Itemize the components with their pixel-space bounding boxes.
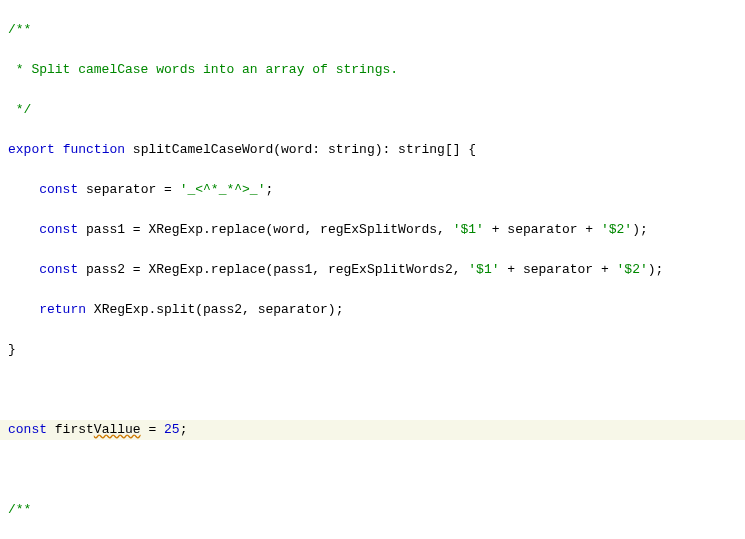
keyword: const [39,262,78,277]
string-literal: '$1' [453,222,484,237]
string-literal: '$2' [601,222,632,237]
keyword: function [63,142,125,157]
code-text: ); [632,222,648,237]
code-text: + separator + [500,262,617,277]
code-line[interactable] [0,460,745,480]
keyword: const [39,222,78,237]
code-text [8,182,39,197]
string-literal: '_<^*_*^>_' [180,182,266,197]
spell-error[interactable]: Vallue [94,422,141,437]
comment-text: /** [8,22,31,37]
code-line[interactable] [0,380,745,400]
code-text: ; [180,422,188,437]
comment-text: */ [8,102,31,117]
code-text: pass1 = XRegExp.replace(word, regExSplit… [78,222,452,237]
code-line[interactable]: const separator = '_<^*_*^>_'; [0,180,745,200]
code-editor[interactable]: /** * Split camelCase words into an arra… [0,0,745,539]
code-line[interactable]: const pass2 = XRegExp.replace(pass1, reg… [0,260,745,280]
code-line[interactable]: /** [0,500,745,520]
code-text: XRegExp.split(pass2, separator); [86,302,343,317]
keyword: const [8,422,47,437]
code-text: separator = [78,182,179,197]
code-text: = [141,422,164,437]
code-text: + separator + [484,222,601,237]
code-line[interactable]: } [0,340,745,360]
code-line[interactable]: */ [0,100,745,120]
code-text [8,222,39,237]
code-line[interactable]: /** [0,20,745,40]
code-line[interactable]: const pass1 = XRegExp.replace(word, regE… [0,220,745,240]
code-text: } [8,342,16,357]
number-literal: 25 [164,422,180,437]
comment-text: * Split camelCase words into an array of… [8,62,398,77]
code-text [8,262,39,277]
code-line[interactable]: return XRegExp.split(pass2, separator); [0,300,745,320]
keyword: export [8,142,55,157]
code-text [8,302,39,317]
code-line[interactable]: export function splitCamelCaseWord(word:… [0,140,745,160]
code-text: ; [265,182,273,197]
code-text: first [47,422,94,437]
code-text: pass2 = XRegExp.replace(pass1, regExSpli… [78,262,468,277]
code-text: splitCamelCaseWord(word: string): string… [125,142,476,157]
string-literal: '$2' [617,262,648,277]
code-line-highlighted[interactable]: const firstVallue = 25; [0,420,745,440]
keyword: return [39,302,86,317]
code-text: ); [648,262,664,277]
comment-text: /** [8,502,31,517]
string-literal: '$1' [468,262,499,277]
keyword: const [39,182,78,197]
code-line[interactable]: * Split camelCase words into an array of… [0,60,745,80]
code-text [55,142,63,157]
